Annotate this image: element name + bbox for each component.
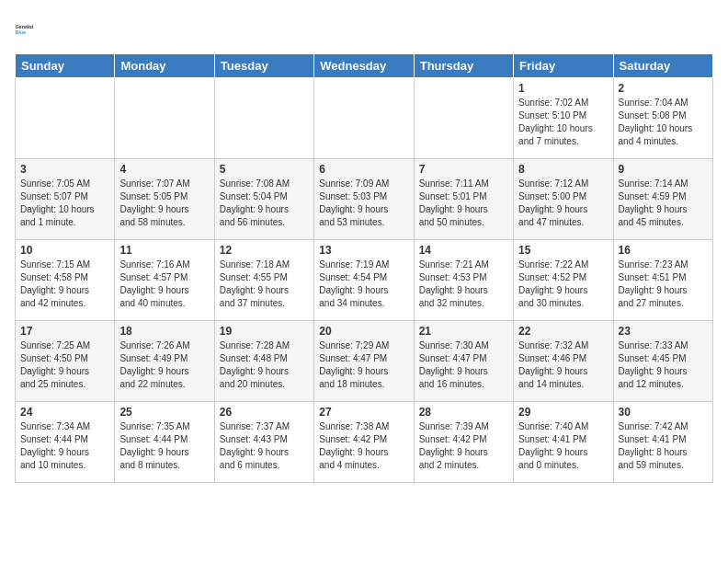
day-number: 6 (319, 163, 408, 176)
day-info: Sunrise: 7:40 AM Sunset: 4:41 PM Dayligh… (518, 420, 608, 472)
weekday-header-thursday: Thursday (414, 54, 513, 78)
calendar-cell: 19Sunrise: 7:28 AM Sunset: 4:48 PM Dayli… (214, 321, 313, 402)
day-info: Sunrise: 7:14 AM Sunset: 4:59 PM Dayligh… (619, 178, 708, 229)
day-info: Sunrise: 7:23 AM Sunset: 4:51 PM Dayligh… (619, 259, 708, 310)
day-info: Sunrise: 7:30 AM Sunset: 4:47 PM Dayligh… (419, 339, 508, 391)
calendar-week-3: 10Sunrise: 7:15 AM Sunset: 4:58 PM Dayli… (16, 240, 713, 321)
weekday-header-sunday: Sunday (16, 54, 115, 78)
svg-text:Blue: Blue (16, 29, 26, 35)
calendar-cell: 15Sunrise: 7:22 AM Sunset: 4:52 PM Dayli… (514, 240, 613, 321)
calendar-cell: 5Sunrise: 7:08 AM Sunset: 5:04 PM Daylig… (214, 159, 313, 240)
day-number: 9 (619, 163, 708, 176)
day-info: Sunrise: 7:07 AM Sunset: 5:05 PM Dayligh… (119, 178, 209, 229)
day-info: Sunrise: 7:04 AM Sunset: 5:08 PM Dayligh… (619, 97, 708, 148)
calendar-week-2: 3Sunrise: 7:05 AM Sunset: 5:07 PM Daylig… (16, 159, 713, 240)
day-number: 13 (319, 244, 408, 257)
weekday-header-friday: Friday (514, 54, 613, 78)
calendar-cell: 30Sunrise: 7:42 AM Sunset: 4:41 PM Dayli… (613, 402, 712, 483)
svg-text:General: General (16, 24, 34, 29)
day-info: Sunrise: 7:16 AM Sunset: 4:57 PM Dayligh… (119, 259, 209, 310)
day-number: 4 (119, 163, 209, 176)
calendar-cell: 22Sunrise: 7:32 AM Sunset: 4:46 PM Dayli… (514, 321, 613, 402)
calendar-cell: 13Sunrise: 7:19 AM Sunset: 4:54 PM Dayli… (314, 240, 414, 321)
calendar-cell: 4Sunrise: 7:07 AM Sunset: 5:05 PM Daylig… (115, 159, 214, 240)
day-number: 3 (20, 163, 109, 176)
day-number: 16 (619, 244, 708, 257)
calendar-cell: 16Sunrise: 7:23 AM Sunset: 4:51 PM Dayli… (613, 240, 712, 321)
logo: General Blue (15, 15, 44, 44)
day-number: 8 (518, 163, 608, 176)
calendar-cell: 21Sunrise: 7:30 AM Sunset: 4:47 PM Dayli… (414, 321, 513, 402)
day-number: 21 (419, 325, 508, 338)
calendar-cell (16, 78, 115, 159)
day-number: 22 (518, 325, 608, 338)
weekday-header-row: SundayMondayTuesdayWednesdayThursdayFrid… (16, 54, 713, 78)
day-number: 18 (119, 325, 209, 338)
day-info: Sunrise: 7:25 AM Sunset: 4:50 PM Dayligh… (20, 339, 109, 391)
calendar-cell: 10Sunrise: 7:15 AM Sunset: 4:58 PM Dayli… (16, 240, 115, 321)
calendar-cell: 23Sunrise: 7:33 AM Sunset: 4:45 PM Dayli… (613, 321, 712, 402)
day-info: Sunrise: 7:21 AM Sunset: 4:53 PM Dayligh… (419, 259, 508, 310)
calendar-cell: 25Sunrise: 7:35 AM Sunset: 4:44 PM Dayli… (115, 402, 214, 483)
day-info: Sunrise: 7:09 AM Sunset: 5:03 PM Dayligh… (319, 178, 408, 229)
logo-icon: General Blue (15, 15, 44, 44)
day-number: 2 (619, 82, 708, 95)
calendar-table: SundayMondayTuesdayWednesdayThursdayFrid… (15, 53, 713, 483)
day-number: 10 (20, 244, 109, 257)
day-number: 25 (119, 406, 209, 419)
day-number: 19 (220, 325, 309, 338)
calendar-cell: 24Sunrise: 7:34 AM Sunset: 4:44 PM Dayli… (16, 402, 115, 483)
weekday-header-saturday: Saturday (613, 54, 712, 78)
day-info: Sunrise: 7:37 AM Sunset: 4:43 PM Dayligh… (220, 420, 309, 472)
calendar-cell: 7Sunrise: 7:11 AM Sunset: 5:01 PM Daylig… (414, 159, 513, 240)
day-info: Sunrise: 7:15 AM Sunset: 4:58 PM Dayligh… (20, 259, 109, 310)
day-number: 15 (518, 244, 608, 257)
day-info: Sunrise: 7:12 AM Sunset: 5:00 PM Dayligh… (518, 178, 608, 229)
calendar-cell: 11Sunrise: 7:16 AM Sunset: 4:57 PM Dayli… (115, 240, 214, 321)
day-number: 14 (419, 244, 508, 257)
calendar-week-5: 24Sunrise: 7:34 AM Sunset: 4:44 PM Dayli… (16, 402, 713, 483)
day-info: Sunrise: 7:34 AM Sunset: 4:44 PM Dayligh… (20, 420, 109, 472)
calendar-cell: 26Sunrise: 7:37 AM Sunset: 4:43 PM Dayli… (214, 402, 313, 483)
day-info: Sunrise: 7:02 AM Sunset: 5:10 PM Dayligh… (518, 97, 608, 148)
day-number: 28 (419, 406, 508, 419)
day-number: 11 (119, 244, 209, 257)
calendar-cell (214, 78, 313, 159)
calendar-cell (414, 78, 513, 159)
calendar-week-4: 17Sunrise: 7:25 AM Sunset: 4:50 PM Dayli… (16, 321, 713, 402)
day-number: 5 (220, 163, 309, 176)
calendar-cell: 17Sunrise: 7:25 AM Sunset: 4:50 PM Dayli… (16, 321, 115, 402)
day-number: 12 (220, 244, 309, 257)
page: General Blue SundayMondayTuesdayWednesda… (0, 0, 728, 492)
day-info: Sunrise: 7:39 AM Sunset: 4:42 PM Dayligh… (419, 420, 508, 472)
day-info: Sunrise: 7:33 AM Sunset: 4:45 PM Dayligh… (619, 339, 708, 391)
calendar-cell: 12Sunrise: 7:18 AM Sunset: 4:55 PM Dayli… (214, 240, 313, 321)
calendar-cell: 3Sunrise: 7:05 AM Sunset: 5:07 PM Daylig… (16, 159, 115, 240)
day-info: Sunrise: 7:19 AM Sunset: 4:54 PM Dayligh… (319, 259, 408, 310)
weekday-header-monday: Monday (115, 54, 214, 78)
calendar-cell: 20Sunrise: 7:29 AM Sunset: 4:47 PM Dayli… (314, 321, 414, 402)
day-info: Sunrise: 7:35 AM Sunset: 4:44 PM Dayligh… (119, 420, 209, 472)
day-number: 26 (220, 406, 309, 419)
calendar-cell: 28Sunrise: 7:39 AM Sunset: 4:42 PM Dayli… (414, 402, 513, 483)
day-info: Sunrise: 7:42 AM Sunset: 4:41 PM Dayligh… (619, 420, 708, 472)
day-number: 1 (518, 82, 608, 95)
day-info: Sunrise: 7:05 AM Sunset: 5:07 PM Dayligh… (20, 178, 109, 229)
day-info: Sunrise: 7:32 AM Sunset: 4:46 PM Dayligh… (518, 339, 608, 391)
calendar-cell (115, 78, 214, 159)
header: General Blue (15, 15, 713, 44)
calendar-cell: 1Sunrise: 7:02 AM Sunset: 5:10 PM Daylig… (514, 78, 613, 159)
day-info: Sunrise: 7:18 AM Sunset: 4:55 PM Dayligh… (220, 259, 309, 310)
weekday-header-wednesday: Wednesday (314, 54, 414, 78)
day-number: 29 (518, 406, 608, 419)
day-number: 23 (619, 325, 708, 338)
day-info: Sunrise: 7:29 AM Sunset: 4:47 PM Dayligh… (319, 339, 408, 391)
day-info: Sunrise: 7:08 AM Sunset: 5:04 PM Dayligh… (220, 178, 309, 229)
calendar-cell: 6Sunrise: 7:09 AM Sunset: 5:03 PM Daylig… (314, 159, 414, 240)
weekday-header-tuesday: Tuesday (214, 54, 313, 78)
calendar-cell: 14Sunrise: 7:21 AM Sunset: 4:53 PM Dayli… (414, 240, 513, 321)
calendar-cell (314, 78, 414, 159)
calendar-cell: 27Sunrise: 7:38 AM Sunset: 4:42 PM Dayli… (314, 402, 414, 483)
day-info: Sunrise: 7:11 AM Sunset: 5:01 PM Dayligh… (419, 178, 508, 229)
calendar-week-1: 1Sunrise: 7:02 AM Sunset: 5:10 PM Daylig… (16, 78, 713, 159)
